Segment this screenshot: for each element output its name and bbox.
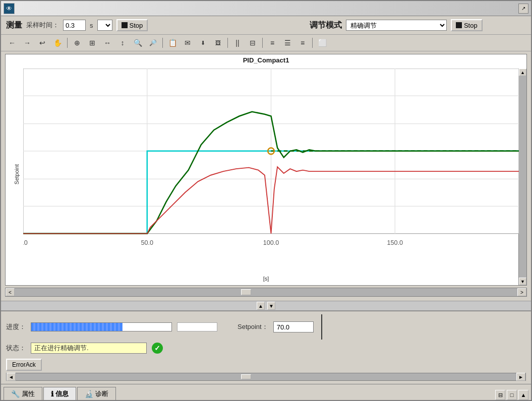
status-row: 状态： ✓: [6, 343, 526, 354]
stop-label-right: Stop: [464, 22, 478, 29]
setpoint-line: [321, 314, 322, 340]
toolbar-export[interactable]: ✉: [181, 36, 195, 49]
setpoint-label: Setpoint：: [238, 322, 268, 331]
toolbar-pause[interactable]: ||: [230, 36, 245, 49]
mode-dropdown[interactable]: 精确调节: [346, 20, 447, 31]
toolbar-align-left[interactable]: ≡: [265, 36, 279, 49]
toolbar-pan[interactable]: ✋: [50, 36, 65, 49]
svg-text:0.0: 0.0: [23, 239, 28, 246]
chart-inner: Setpoint: [6, 66, 526, 283]
title-bar-restore[interactable]: ↗: [518, 4, 528, 14]
header-two-cols: 测量 采样时间： s ▼ Stop 调节模式 精确调节: [6, 19, 526, 31]
toolbar-zoom-fit[interactable]: ⊞: [85, 36, 99, 49]
bottom-scroll-left[interactable]: ◄: [7, 373, 16, 381]
status-input: [31, 343, 147, 354]
tab-info[interactable]: ℹ 信息: [43, 387, 76, 400]
toolbar-zoom-y[interactable]: ↕: [115, 36, 130, 49]
progress-bar-fill: [31, 323, 123, 331]
toolbar-print[interactable]: ⬇: [196, 36, 210, 49]
toolbar-back[interactable]: ←: [5, 36, 19, 49]
tab-properties[interactable]: 🔧 属性: [4, 387, 42, 400]
main-window: 👁 ↗ 测量 采样时间： s ▼ Stop 调节模式: [0, 0, 532, 401]
bottom-btn-up[interactable]: ▲: [518, 390, 528, 400]
divider-down-btn[interactable]: ▼: [267, 302, 275, 310]
toolbar-forward[interactable]: →: [20, 36, 34, 49]
y-axis-label: Setpoint: [14, 164, 20, 184]
toolbar-zoom-out[interactable]: 🔎: [146, 36, 160, 49]
toolbar-zoom-x[interactable]: ↔: [100, 36, 114, 49]
bottom-scrollbar[interactable]: ◄ ►: [6, 373, 526, 381]
right-section-title: 调节模式: [310, 20, 342, 31]
toolbar-sep-3: [227, 38, 228, 48]
stop-button-left[interactable]: Stop: [116, 19, 148, 31]
sample-time-label: 采样时间：: [26, 21, 59, 30]
toolbar-sep-2: [162, 38, 163, 48]
tab-info-icon: ℹ: [51, 390, 53, 398]
progress-remainder: [177, 322, 217, 331]
progress-label: 进度：: [6, 322, 26, 331]
divider-section: ▲ ▼: [1, 301, 531, 311]
toolbar-zoom-in[interactable]: 🔍: [131, 36, 145, 49]
divider-up-btn[interactable]: ▲: [257, 302, 265, 310]
scroll-track-h[interactable]: [15, 288, 517, 296]
check-icon: ✓: [152, 343, 163, 354]
header-col-right: 调节模式 精确调节 Stop: [266, 19, 526, 31]
svg-text:150.0: 150.0: [387, 239, 403, 246]
toolbar-align-center[interactable]: ☰: [280, 36, 294, 49]
sample-time-input[interactable]: [63, 20, 86, 31]
bottom-tab-bar: 🔧 属性 ℹ 信息 🔬 诊断 ⊟ □ ▲: [1, 384, 531, 400]
chart-container: PID_Compact1 📊 ▲ ▼ Setpoint: [5, 54, 527, 286]
bottom-btn-1[interactable]: ⊟: [495, 390, 505, 400]
tab-diagnostics-icon: 🔬: [85, 390, 93, 398]
setpoint-value-input[interactable]: [273, 321, 314, 332]
title-bar: 👁 ↗: [1, 1, 531, 16]
scroll-thumb-h[interactable]: [241, 289, 251, 295]
toolbar-sep-1: [67, 38, 68, 48]
toolbar-sep-4: [262, 38, 263, 48]
progress-bar-container: [31, 322, 172, 331]
chart-scrollbar-h: < >: [5, 288, 527, 297]
progress-row: 进度： Setpoint：: [6, 314, 526, 340]
bottom-scroll-track[interactable]: [16, 373, 516, 380]
app-icon: 👁: [4, 3, 15, 14]
header-section: 测量 采样时间： s ▼ Stop 调节模式 精确调节: [1, 16, 531, 35]
toolbar-sep-5: [312, 38, 313, 48]
toolbar-settings[interactable]: ⬜: [315, 36, 329, 49]
toolbar-split[interactable]: ⊟: [246, 36, 260, 49]
toolbar-align-right[interactable]: ≡: [295, 36, 310, 49]
bottom-right-buttons: ⊟ □ ▲: [495, 390, 528, 400]
bottom-scroll-right[interactable]: ►: [516, 373, 525, 381]
stop-icon-right: [456, 22, 462, 28]
stop-button-right[interactable]: Stop: [451, 19, 483, 31]
bottom-scroll-thumb[interactable]: [241, 374, 251, 379]
scroll-right-icon: >: [520, 290, 523, 295]
stop-icon-left: [122, 22, 128, 28]
status-label: 状态：: [6, 344, 26, 353]
scroll-left-icon: <: [9, 290, 12, 295]
bottom-panel: 进度： Setpoint： 状态： ✓ ErrorAck ◄ ►: [1, 311, 531, 384]
chart-title: PID_Compact1: [6, 54, 526, 66]
scroll-left-btn[interactable]: <: [6, 288, 15, 296]
stop-label-left: Stop: [130, 22, 143, 29]
tab-info-label: 信息: [55, 389, 69, 398]
sample-time-dropdown[interactable]: ▼: [97, 20, 112, 31]
toolbar-image[interactable]: 🖼: [211, 36, 225, 49]
chart-svg: 0.0 20.0 40.0 60.0 80.0 100.0 120.0 0.0 …: [23, 69, 519, 252]
chart-area: PID_Compact1 📊 ▲ ▼ Setpoint: [1, 51, 531, 301]
tab-properties-label: 属性: [22, 389, 35, 398]
bottom-btn-2[interactable]: □: [507, 390, 517, 400]
toolbar-copy[interactable]: 📋: [165, 36, 180, 49]
sample-time-unit: s: [90, 22, 93, 29]
header-col-left: 测量 采样时间： s ▼ Stop: [6, 19, 266, 31]
tab-diagnostics[interactable]: 🔬 诊断: [77, 387, 116, 400]
error-ack-button[interactable]: ErrorAck: [6, 359, 42, 371]
toolbar-zoom-area[interactable]: ⊕: [70, 36, 84, 49]
svg-text:50.0: 50.0: [141, 239, 153, 246]
toolbar-undo[interactable]: ↩: [35, 36, 49, 49]
scroll-right-btn[interactable]: >: [517, 288, 526, 296]
left-section-title: 测量: [6, 20, 22, 31]
svg-text:100.0: 100.0: [263, 239, 279, 246]
toolbar: ← → ↩ ✋ ⊕ ⊞ ↔ ↕ 🔍 🔎 📋 ✉ ⬇ 🖼 || ⊟ ≡ ☰ ≡ ⬜: [1, 35, 531, 51]
tab-diagnostics-label: 诊断: [95, 389, 108, 398]
tab-properties-icon: 🔧: [11, 390, 20, 398]
